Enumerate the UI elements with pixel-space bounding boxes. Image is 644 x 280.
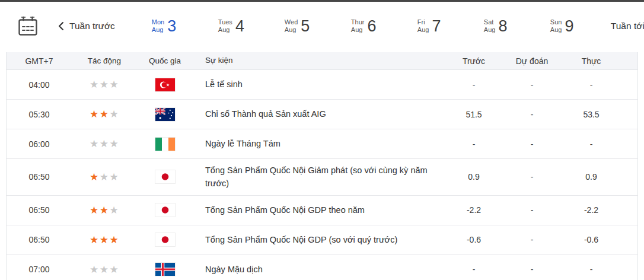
forecast-value: - <box>503 172 560 182</box>
star-filled-icon: ★ <box>90 171 100 183</box>
table-row: 06:50 ★★★ Tổng Sản Phẩm Quốc Nội GDP (so… <box>7 225 637 255</box>
previous-value: 0.9 <box>444 172 503 182</box>
star-empty-icon: ★ <box>109 171 119 183</box>
calendar-navigation-bar: Tuần trước MonAug 3 TuesAug 4 WedAug 5 T… <box>0 2 644 50</box>
previous-value: -0.6 <box>444 235 503 244</box>
day-of-week: Tues <box>218 18 232 26</box>
star-empty-icon: ★ <box>100 79 110 90</box>
day-of-week: Sun <box>550 18 562 26</box>
star-filled-icon: ★ <box>90 234 100 246</box>
day-number: 3 <box>167 18 176 34</box>
forecast-value: - <box>503 110 560 119</box>
flag-iceland-icon <box>155 263 175 276</box>
impact-stars: ★★★ <box>72 78 137 91</box>
forecast-value: - <box>503 265 560 274</box>
star-empty-icon: ★ <box>100 138 110 149</box>
flag-japan-icon <box>155 170 175 183</box>
header-previous: Trước <box>444 56 503 66</box>
event-time: 06:50 <box>7 235 72 244</box>
day-of-week: Sat <box>484 18 494 26</box>
flag-australia-icon <box>155 108 175 121</box>
next-week-label: Tuần tới <box>611 21 644 31</box>
chevron-left-icon <box>58 21 64 31</box>
star-filled-icon: ★ <box>90 109 100 120</box>
star-filled-icon: ★ <box>90 205 100 216</box>
actual-value: - <box>560 139 637 149</box>
day-tab-fri[interactable]: FriAug 7 <box>417 16 455 37</box>
day-number: 9 <box>565 18 573 34</box>
header-impact: Tác động <box>72 56 137 65</box>
day-month: Aug <box>285 26 297 34</box>
star-filled-icon: ★ <box>100 205 110 216</box>
star-filled-icon: ★ <box>109 234 119 246</box>
forecast-value: - <box>503 235 560 244</box>
event-time: 04:00 <box>7 80 72 90</box>
event-name[interactable]: Lễ tế sinh <box>193 73 444 96</box>
event-time: 05:30 <box>7 110 72 119</box>
event-name[interactable]: Tổng Sản Phẩm Quốc Nội GDP theo năm <box>193 199 444 221</box>
day-tab-thur[interactable]: ThurAug 6 <box>351 16 389 37</box>
day-number: 8 <box>498 18 507 34</box>
star-empty-icon: ★ <box>109 109 119 120</box>
star-filled-icon: ★ <box>100 109 110 120</box>
star-empty-icon: ★ <box>90 138 100 149</box>
table-header-row: GMT+7 Tác động Quốc gia Sự kiện Trước Dự… <box>7 52 637 70</box>
event-name[interactable]: Tổng Sản Phẩm Quốc Nội GDP (so với quý t… <box>193 228 444 251</box>
actual-value: -2.2 <box>560 205 637 215</box>
actual-value: 0.9 <box>560 172 637 182</box>
forecast-value: - <box>503 80 560 90</box>
day-month: Aug <box>417 26 429 34</box>
star-empty-icon: ★ <box>90 79 100 90</box>
event-name[interactable]: Tổng Sản Phẩm Quốc Nội Giảm phát (so với… <box>193 159 444 195</box>
star-filled-icon: ★ <box>100 234 110 246</box>
day-tabs: MonAug 3 TuesAug 4 WedAug 5 ThurAug 6 Fr… <box>123 16 588 37</box>
previous-value: - <box>444 80 503 90</box>
star-empty-icon: ★ <box>90 264 100 275</box>
event-time: 06:00 <box>7 139 72 149</box>
day-tab-wed[interactable]: WedAug 5 <box>285 16 323 37</box>
impact-stars: ★★★ <box>72 108 137 120</box>
economic-calendar-table: GMT+7 Tác động Quốc gia Sự kiện Trước Dự… <box>6 52 638 280</box>
event-name[interactable]: Ngày Mậu dịch <box>193 258 444 280</box>
day-of-week: Mon <box>152 18 164 26</box>
day-month: Aug <box>484 26 496 34</box>
header-forecast: Dự đoán <box>503 56 560 66</box>
header-time: GMT+7 <box>7 56 72 66</box>
header-country: Quốc gia <box>137 56 193 65</box>
flag-turkey-icon <box>155 78 175 91</box>
flag-japan-icon <box>155 233 175 246</box>
day-month: Aug <box>550 26 562 34</box>
previous-value: -2.2 <box>444 205 503 215</box>
day-month: Aug <box>218 26 230 34</box>
star-empty-icon: ★ <box>100 264 110 275</box>
table-row: 06:00 ★★★ Ngày lễ Tháng Tám - - - <box>7 129 637 159</box>
actual-value: -0.6 <box>560 235 637 244</box>
event-name[interactable]: Chỉ số Thành quả Sản xuất AIG <box>193 103 444 125</box>
day-number: 5 <box>301 18 310 34</box>
previous-value: 51.5 <box>444 110 503 119</box>
table-row: 06:50 ★★★ Tổng Sản Phẩm Quốc Nội Giảm ph… <box>7 159 637 196</box>
event-time: 07:00 <box>7 265 72 274</box>
day-of-week: Fri <box>417 18 425 26</box>
star-empty-icon: ★ <box>109 79 119 90</box>
day-month: Aug <box>152 26 164 34</box>
day-of-week: Wed <box>285 18 298 26</box>
event-name[interactable]: Ngày lễ Tháng Tám <box>193 132 444 155</box>
table-row: 04:00 ★★★ Lễ tế sinh - - - <box>7 70 637 100</box>
header-event: Sự kiện <box>193 55 444 67</box>
day-tab-tues[interactable]: TuesAug 4 <box>218 16 256 37</box>
impact-stars: ★★★ <box>72 138 137 150</box>
day-tab-sat[interactable]: SatAug 8 <box>484 16 522 37</box>
previous-value: - <box>444 265 503 274</box>
prev-week-label: Tuần trước <box>69 21 115 31</box>
impact-stars: ★★★ <box>72 204 137 217</box>
day-tab-sun[interactable]: SunAug 9 <box>550 16 588 37</box>
table-row: 06:50 ★★★ Tổng Sản Phẩm Quốc Nội GDP the… <box>7 196 637 225</box>
event-time: 06:50 <box>7 172 72 182</box>
forecast-value: - <box>503 205 560 215</box>
star-empty-icon: ★ <box>109 138 119 149</box>
prev-week-button[interactable]: Tuần trước <box>58 21 115 31</box>
day-tab-mon[interactable]: MonAug 3 <box>152 16 190 37</box>
calendar-picker-button[interactable] <box>17 14 39 39</box>
next-week-button[interactable]: Tuần tới <box>611 21 644 31</box>
